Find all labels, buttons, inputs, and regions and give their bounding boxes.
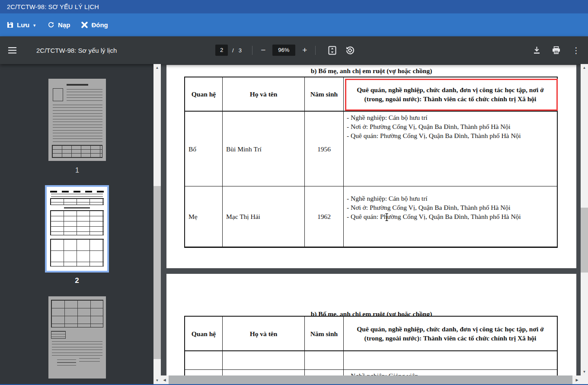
cell-name: Bùi Minh Trí <box>223 112 305 186</box>
toolbar-separator <box>252 46 252 55</box>
thumbnail-sketch <box>51 300 103 327</box>
thumbnail-sketch <box>67 84 88 86</box>
scrollbar-corner <box>581 375 588 384</box>
scroll-up-icon[interactable]: ▲ <box>153 64 161 71</box>
thumbnail-sketch <box>53 105 102 143</box>
print-icon[interactable] <box>552 46 560 54</box>
save-dropdown-caret-icon: ▼ <box>32 23 36 28</box>
thumbnail-sketch <box>50 239 104 266</box>
pdf-page-3: b) Bố mẹ, anh chị em ruột (vợ hoặc chồng… <box>166 274 576 384</box>
thumbnail-page-2-label: 2 <box>45 276 109 285</box>
cell-name: Mạc Thị Hải <box>223 186 305 247</box>
main-scrollbar[interactable]: ▲ ▼ <box>581 64 588 375</box>
save-icon <box>7 22 13 28</box>
thumbnail-sketch <box>52 341 102 356</box>
cell-details: - Nghề nghiệp: Cán bộ hưu trí - Nơi ở: P… <box>344 112 557 186</box>
window-titlebar: 2C/TCTW-98: SƠ YẾU LÝ LỊCH <box>0 0 588 13</box>
action-toolbar: Lưu ▼ Nạp Đóng <box>0 13 588 36</box>
zoom-out-button[interactable]: − <box>258 45 268 55</box>
text-cursor-icon <box>385 213 389 221</box>
scroll-left-icon[interactable]: ◀ <box>161 375 168 384</box>
thumbnail-sketch <box>52 145 102 158</box>
thumbnail-sketch <box>51 331 66 339</box>
window-title: 2C/TCTW-98: SƠ YẾU LÝ LỊCH <box>7 3 99 10</box>
close-icon <box>81 22 88 28</box>
cell-relation: Bố <box>185 112 223 186</box>
thumbnail-sketch <box>57 359 76 366</box>
thumbnail-sketch <box>53 88 63 101</box>
page-number-input[interactable]: 2 <box>215 45 228 56</box>
thumbnails-sidebar: 1 2 <box>0 64 153 384</box>
thumbnail-page-3[interactable] <box>48 296 106 379</box>
table-row-empty <box>185 351 557 370</box>
scroll-up-icon[interactable]: ▲ <box>581 64 588 71</box>
zoom-in-button[interactable]: + <box>300 45 310 55</box>
save-button[interactable]: Lưu ▼ <box>6 19 37 31</box>
col-header-details: Quê quán, nghề nghiệp, chức danh, đơn vị… <box>344 317 557 350</box>
main-scrollbar-thumb[interactable] <box>581 208 588 273</box>
zoom-level-input[interactable]: 96% <box>272 45 295 56</box>
pdf-document-title: 2C/TCTW-98: Sơ yếu lý lịch <box>36 47 117 54</box>
thumbnail-sketch <box>50 198 104 205</box>
thumbnail-sketch <box>51 194 103 197</box>
pdf-page-2: b) Bố mẹ, anh chị em ruột (vợ hoặc chồng… <box>166 65 576 268</box>
scroll-down-icon[interactable]: ▼ <box>581 368 588 375</box>
thumbnail-sketch <box>67 89 102 102</box>
cell-details: - Nghề nghiệp: Cán bộ hưu trí - Nơi ở: P… <box>344 186 557 247</box>
page-divider: / <box>232 47 234 54</box>
menu-icon[interactable] <box>0 36 24 64</box>
toolbar-separator <box>315 46 316 55</box>
close-button[interactable]: Đóng <box>80 19 109 31</box>
horizontal-scrollbar-thumb[interactable] <box>169 375 572 384</box>
col-header-details: Quê quán, nghề nghiệp, chức danh, đơn vị… <box>344 77 557 111</box>
horizontal-scrollbar[interactable]: ◀ ▶ <box>161 375 581 384</box>
save-label: Lưu <box>17 21 29 29</box>
table-row-mother: Mẹ Mạc Thị Hải 1962 - Nghề nghiệp: Cán b… <box>185 186 557 247</box>
col-header-birth-year: Năm sinh <box>305 77 344 111</box>
section-heading: b) Bố mẹ, anh chị em ruột (vợ hoặc chồng… <box>166 67 576 75</box>
thumbnail-sketch <box>64 207 90 209</box>
close-label: Đóng <box>91 21 108 29</box>
refresh-icon <box>48 22 54 29</box>
thumbnail-sketch <box>50 191 104 192</box>
thumbnail-sketch <box>50 210 104 235</box>
col-header-relation: Quan hệ <box>185 77 223 111</box>
thumbnail-sketch <box>79 358 100 363</box>
sidebar-scrollbar[interactable]: ▲ ▼ <box>153 64 161 384</box>
thumbnail-page-2 <box>48 188 106 270</box>
fit-to-page-icon[interactable] <box>328 46 336 55</box>
scroll-down-icon[interactable]: ▼ <box>153 377 161 384</box>
thumbnail-page-2-selected[interactable] <box>45 185 109 273</box>
col-header-name: Họ và tên <box>223 77 305 111</box>
cell-birth-year: 1962 <box>305 186 344 247</box>
download-icon[interactable] <box>533 46 540 54</box>
thumbnail-page-1[interactable] <box>48 79 106 161</box>
cell-birth-year: 1956 <box>305 112 344 186</box>
thumbnail-page-1-label: 1 <box>48 167 106 174</box>
cell-relation: Mẹ <box>185 186 223 247</box>
sidebar-scrollbar-thumb[interactable] <box>153 186 161 359</box>
more-options-icon[interactable]: ⋮ <box>572 45 580 55</box>
rotate-icon[interactable] <box>345 46 355 55</box>
reload-button[interactable]: Nạp <box>47 19 71 31</box>
scroll-right-icon[interactable]: ▶ <box>573 375 581 384</box>
col-header-name: Họ và tên <box>223 317 305 350</box>
reload-label: Nạp <box>58 21 70 29</box>
pdf-toolbar: 2C/TCTW-98: Sơ yếu lý lịch 2 / 3 − 96% + <box>0 36 588 64</box>
family-table: Quan hệ Họ và tên Năm sinh Quê quán, ngh… <box>184 77 558 248</box>
family-table-page3: Quan hệ Họ và tên Năm sinh Quê quán, ngh… <box>184 316 558 384</box>
page-total: 3 <box>239 47 242 54</box>
col-header-birth-year: Năm sinh <box>305 317 344 350</box>
col-header-relation: Quan hệ <box>185 317 223 350</box>
table-row-father: Bố Bùi Minh Trí 1956 - Nghề nghiệp: Cán … <box>185 112 557 186</box>
